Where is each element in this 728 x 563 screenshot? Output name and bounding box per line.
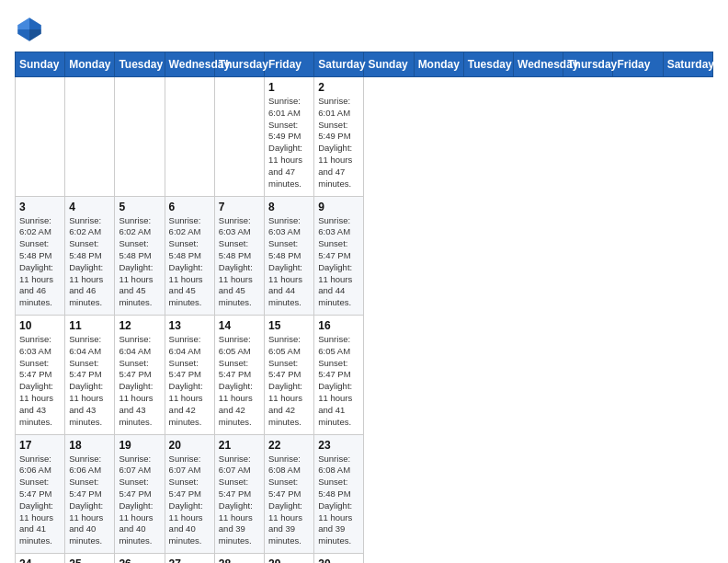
svg-marker-3 xyxy=(17,17,29,29)
cell-content: Sunrise: 6:02 AM Sunset: 5:48 PM Dayligh… xyxy=(69,215,110,310)
day-number: 6 xyxy=(169,201,210,213)
cell-content: Sunrise: 6:08 AM Sunset: 5:47 PM Dayligh… xyxy=(268,454,310,548)
day-number: 27 xyxy=(169,557,210,563)
week-row-4: 17Sunrise: 6:06 AM Sunset: 5:47 PM Dayli… xyxy=(16,434,713,554)
calendar-cell: 21Sunrise: 6:07 AM Sunset: 5:47 PM Dayli… xyxy=(214,434,264,554)
cell-content: Sunrise: 6:02 AM Sunset: 5:48 PM Dayligh… xyxy=(119,215,160,310)
col-header-saturday: Saturday xyxy=(663,52,712,77)
day-number: 1 xyxy=(268,81,310,94)
cell-content: Sunrise: 6:07 AM Sunset: 5:47 PM Dayligh… xyxy=(119,454,160,548)
calendar-cell: 15Sunrise: 6:05 AM Sunset: 5:47 PM Dayli… xyxy=(265,316,314,435)
day-number: 29 xyxy=(268,557,310,563)
calendar-cell xyxy=(115,77,165,197)
cell-content: Sunrise: 6:04 AM Sunset: 5:47 PM Dayligh… xyxy=(69,334,110,429)
calendar-cell: 27Sunrise: 6:10 AM Sunset: 5:48 PM Dayli… xyxy=(165,554,214,564)
cell-content: Sunrise: 6:03 AM Sunset: 5:48 PM Dayligh… xyxy=(268,215,310,310)
calendar-table: SundayMondayTuesdayWednesdayThursdayFrid… xyxy=(15,52,713,563)
svg-marker-2 xyxy=(29,29,41,41)
calendar-cell: 23Sunrise: 6:08 AM Sunset: 5:48 PM Dayli… xyxy=(314,434,364,554)
cell-content: Sunrise: 6:01 AM Sunset: 5:49 PM Dayligh… xyxy=(268,96,310,190)
calendar-cell: 14Sunrise: 6:05 AM Sunset: 5:47 PM Dayli… xyxy=(214,316,264,435)
col-header-sunday: Sunday xyxy=(364,52,414,77)
logo xyxy=(15,15,48,44)
col-header-wednesday: Wednesday xyxy=(165,52,214,77)
week-row-1: 1Sunrise: 6:01 AM Sunset: 5:49 PM Daylig… xyxy=(16,77,713,197)
day-number: 17 xyxy=(19,439,61,452)
cell-content: Sunrise: 6:07 AM Sunset: 5:47 PM Dayligh… xyxy=(219,454,260,548)
day-number: 5 xyxy=(119,201,160,213)
col-header-monday: Monday xyxy=(414,52,463,77)
cell-content: Sunrise: 6:05 AM Sunset: 5:47 PM Dayligh… xyxy=(318,334,359,429)
calendar-cell: 10Sunrise: 6:03 AM Sunset: 5:47 PM Dayli… xyxy=(16,316,65,435)
calendar-cell xyxy=(65,77,115,197)
col-header-friday: Friday xyxy=(613,52,663,77)
calendar-cell: 12Sunrise: 6:04 AM Sunset: 5:47 PM Dayli… xyxy=(115,316,165,435)
calendar-cell: 18Sunrise: 6:06 AM Sunset: 5:47 PM Dayli… xyxy=(65,434,115,554)
week-row-2: 3Sunrise: 6:02 AM Sunset: 5:48 PM Daylig… xyxy=(16,196,713,316)
day-number: 21 xyxy=(219,439,260,452)
calendar-cell: 25Sunrise: 6:09 AM Sunset: 5:48 PM Dayli… xyxy=(65,554,115,564)
svg-marker-4 xyxy=(17,29,29,41)
cell-content: Sunrise: 6:02 AM Sunset: 5:48 PM Dayligh… xyxy=(169,215,210,310)
day-number: 3 xyxy=(19,201,61,213)
col-header-thursday: Thursday xyxy=(563,52,613,77)
col-header-tuesday: Tuesday xyxy=(463,52,513,77)
header-row: SundayMondayTuesdayWednesdayThursdayFrid… xyxy=(16,52,713,77)
day-number: 8 xyxy=(268,201,310,213)
col-header-wednesday: Wednesday xyxy=(514,52,563,77)
day-number: 30 xyxy=(318,557,359,563)
col-header-saturday: Saturday xyxy=(314,52,364,77)
calendar-cell: 26Sunrise: 6:09 AM Sunset: 5:48 PM Dayli… xyxy=(115,554,165,564)
day-number: 24 xyxy=(19,557,61,563)
day-number: 10 xyxy=(19,319,61,332)
page-header xyxy=(15,15,713,44)
day-number: 7 xyxy=(219,201,260,213)
day-number: 20 xyxy=(169,439,210,452)
calendar-cell: 24Sunrise: 6:09 AM Sunset: 5:48 PM Dayli… xyxy=(16,554,65,564)
day-number: 9 xyxy=(318,201,359,213)
day-number: 13 xyxy=(169,319,210,332)
calendar-cell: 22Sunrise: 6:08 AM Sunset: 5:47 PM Dayli… xyxy=(265,434,314,554)
calendar-cell xyxy=(165,77,214,197)
calendar-cell: 6Sunrise: 6:02 AM Sunset: 5:48 PM Daylig… xyxy=(165,196,214,316)
day-number: 25 xyxy=(69,557,110,563)
calendar-cell: 19Sunrise: 6:07 AM Sunset: 5:47 PM Dayli… xyxy=(115,434,165,554)
cell-content: Sunrise: 6:07 AM Sunset: 5:47 PM Dayligh… xyxy=(169,454,210,548)
cell-content: Sunrise: 6:03 AM Sunset: 5:47 PM Dayligh… xyxy=(19,334,61,429)
col-header-sunday: Sunday xyxy=(16,52,65,77)
calendar-cell: 7Sunrise: 6:03 AM Sunset: 5:48 PM Daylig… xyxy=(214,196,264,316)
calendar-cell: 13Sunrise: 6:04 AM Sunset: 5:47 PM Dayli… xyxy=(165,316,214,435)
cell-content: Sunrise: 6:06 AM Sunset: 5:47 PM Dayligh… xyxy=(19,454,61,548)
day-number: 4 xyxy=(69,201,110,213)
calendar-cell: 16Sunrise: 6:05 AM Sunset: 5:47 PM Dayli… xyxy=(314,316,364,435)
day-number: 22 xyxy=(268,439,310,452)
calendar-cell xyxy=(214,77,264,197)
col-header-thursday: Thursday xyxy=(214,52,264,77)
calendar-cell: 20Sunrise: 6:07 AM Sunset: 5:47 PM Dayli… xyxy=(165,434,214,554)
calendar-cell: 5Sunrise: 6:02 AM Sunset: 5:48 PM Daylig… xyxy=(115,196,165,316)
cell-content: Sunrise: 6:01 AM Sunset: 5:49 PM Dayligh… xyxy=(318,96,359,190)
week-row-5: 24Sunrise: 6:09 AM Sunset: 5:48 PM Dayli… xyxy=(16,554,713,564)
day-number: 11 xyxy=(69,319,110,332)
calendar-cell: 4Sunrise: 6:02 AM Sunset: 5:48 PM Daylig… xyxy=(65,196,115,316)
svg-marker-1 xyxy=(29,17,41,29)
calendar-cell: 11Sunrise: 6:04 AM Sunset: 5:47 PM Dayli… xyxy=(65,316,115,435)
calendar-cell: 17Sunrise: 6:06 AM Sunset: 5:47 PM Dayli… xyxy=(16,434,65,554)
day-number: 28 xyxy=(219,557,260,563)
day-number: 19 xyxy=(119,439,160,452)
calendar-cell: 9Sunrise: 6:03 AM Sunset: 5:47 PM Daylig… xyxy=(314,196,364,316)
cell-content: Sunrise: 6:08 AM Sunset: 5:48 PM Dayligh… xyxy=(318,454,359,548)
day-number: 23 xyxy=(318,439,359,452)
day-number: 12 xyxy=(119,319,160,332)
calendar-cell: 8Sunrise: 6:03 AM Sunset: 5:48 PM Daylig… xyxy=(265,196,314,316)
cell-content: Sunrise: 6:06 AM Sunset: 5:47 PM Dayligh… xyxy=(69,454,110,548)
col-header-friday: Friday xyxy=(265,52,314,77)
col-header-tuesday: Tuesday xyxy=(115,52,165,77)
cell-content: Sunrise: 6:03 AM Sunset: 5:47 PM Dayligh… xyxy=(318,215,359,310)
calendar-cell: 3Sunrise: 6:02 AM Sunset: 5:48 PM Daylig… xyxy=(16,196,65,316)
day-number: 15 xyxy=(268,319,310,332)
day-number: 26 xyxy=(119,557,160,563)
logo-icon xyxy=(15,15,44,44)
col-header-monday: Monday xyxy=(65,52,115,77)
cell-content: Sunrise: 6:05 AM Sunset: 5:47 PM Dayligh… xyxy=(219,334,260,429)
